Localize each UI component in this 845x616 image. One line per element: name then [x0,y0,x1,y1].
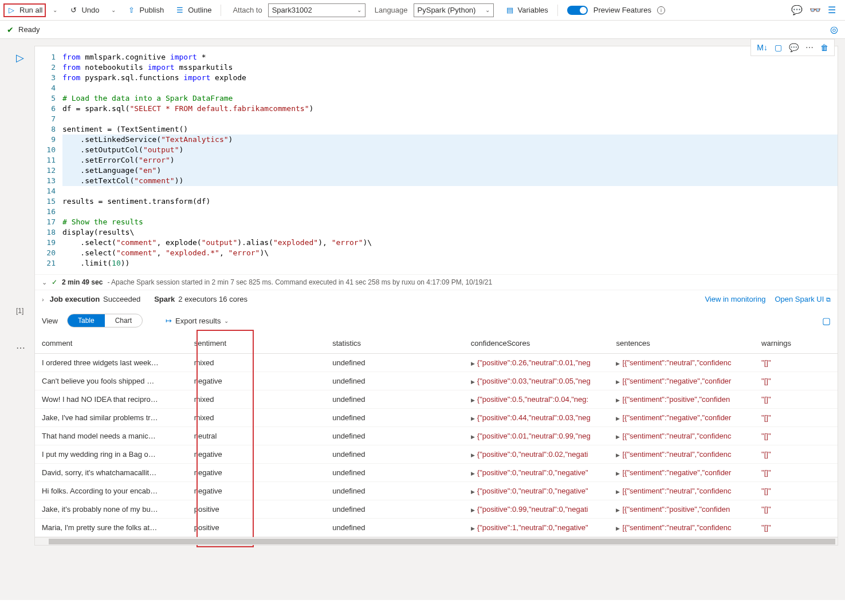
cell-warnings: "[]" [754,372,838,390]
table-row[interactable]: David, sorry, it's whatchamacallit…negat… [35,464,838,482]
publish-button[interactable]: ⇧ Publish [123,3,169,17]
chevron-right-icon[interactable]: › [42,296,44,303]
cell-sentiment: negative [187,464,326,482]
chevron-down-icon: ⌄ [111,7,116,13]
info-icon[interactable]: i [657,6,665,14]
outline-icon: ☰ [175,6,184,15]
table-row[interactable]: I put my wedding ring in a Bag o…negativ… [35,445,838,464]
variables-icon: ▤ [505,6,514,15]
cell-sentences[interactable]: ▶[{"sentiment":"neutral","confidenc [609,427,754,445]
table-row[interactable]: That hand model needs a manic…neutralund… [35,427,838,445]
status-text: Ready [18,25,40,34]
triangle-icon: ▶ [616,526,620,531]
cell-sentences[interactable]: ▶[{"sentiment":"positive","confiden [609,390,754,409]
cell-comment: Hi folks. According to your encab… [35,482,187,500]
th-sentences[interactable]: sentences [609,333,754,354]
triangle-icon: ▶ [616,507,620,513]
markdown-icon[interactable]: M↓ [754,42,770,53]
cell-confidence[interactable]: ▶{"positive":0.44,"neutral":0.03,"neg [464,409,610,427]
cell-warnings: "[]" [754,482,838,500]
table-row[interactable]: Can't believe you fools shipped …negativ… [35,372,838,390]
table-row[interactable]: Jake, I've had similar problems tr…mixed… [35,409,838,427]
check-icon: ✔ [7,25,14,34]
cell-confidence[interactable]: ▶{"positive":0.99,"neutral":0,"negati [464,500,610,519]
table-row[interactable]: Jake, it's probably none of my bu…positi… [35,500,838,519]
run-dropdown[interactable]: ⌄ [48,5,62,15]
collapse-icon[interactable]: ⌄ [42,279,47,286]
cell-confidence[interactable]: ▶{"positive":0.26,"neutral":0.01,"neg [464,354,610,372]
attach-select[interactable]: Spark31002 ⌄ [268,3,365,17]
undo-dropdown[interactable]: ⌄ [107,5,120,15]
language-select[interactable]: PySpark (Python) ⌄ [414,3,494,17]
cell-sentiment: positive [187,519,326,537]
horizontal-scrollbar[interactable] [35,537,838,545]
chart-tab[interactable]: Chart [105,314,142,327]
th-statistics[interactable]: statistics [325,333,464,354]
cell-sentences[interactable]: ▶[{"sentiment":"neutral","confidenc [609,445,754,464]
triangle-icon: ▶ [471,507,475,513]
scrollbar-thumb[interactable] [49,539,835,544]
table-row[interactable]: Hi folks. According to your encab…negati… [35,482,838,500]
cell-sentences[interactable]: ▶[{"sentiment":"negative","confider [609,464,754,482]
variables-button[interactable]: ▤ Variables [501,3,553,17]
cell-confidence[interactable]: ▶{"positive":0.01,"neutral":0.99,"neg [464,427,610,445]
delete-icon[interactable]: 🗑 [818,42,831,53]
undo-button[interactable]: ↺ Undo [64,3,104,17]
toggle-switch[interactable] [567,6,588,15]
code-content[interactable]: from mmlspark.cognitive import * from no… [62,52,838,268]
outline-label: Outline [188,6,211,14]
table-tab[interactable]: Table [68,314,105,327]
maximize-icon[interactable]: ▢ [822,315,831,326]
cell-sentences[interactable]: ▶[{"sentiment":"neutral","confidenc [609,519,754,537]
status-right-icon[interactable]: ◎ [830,24,838,35]
table-row[interactable]: Maria, I'm pretty sure the folks at…posi… [35,519,838,537]
th-warnings[interactable]: warnings [754,333,838,354]
cell-confidence[interactable]: ▶{"positive":0.5,"neutral":0.04,"neg: [464,390,610,409]
cell-confidence[interactable]: ▶{"positive":0,"neutral":0,"negative" [464,482,610,500]
more-icon[interactable]: ⋯ [803,42,816,53]
cell-comment: Wow! I had NO IDEA that recipro… [35,390,187,409]
table-row[interactable]: I ordered three widgets last week…mixedu… [35,354,838,372]
th-sentiment[interactable]: sentiment [187,333,326,354]
glasses-icon[interactable]: 👓 [809,5,821,15]
cell-confidence[interactable]: ▶{"positive":0,"neutral":0.02,"negati [464,445,610,464]
run-cell-button[interactable]: ▷ [16,52,24,64]
cell-sentences[interactable]: ▶[{"sentiment":"negative","confider [609,409,754,427]
view-monitoring-link[interactable]: View in monitoring [705,295,765,303]
preview-toggle[interactable]: Preview Features i [563,3,670,17]
triangle-icon: ▶ [471,416,475,421]
settings-icon[interactable]: ☰ [828,5,836,15]
triangle-icon: ▶ [616,434,620,440]
code-editor[interactable]: 123456789101112131415161718192021 from m… [35,46,838,274]
view-label: View [42,317,58,325]
open-spark-link[interactable]: Open Spark UI ⧉ [775,295,831,303]
cell-sentences[interactable]: ▶[{"sentiment":"neutral","confidenc [609,482,754,500]
language-value: PySpark (Python) [418,6,476,14]
outline-button[interactable]: ☰ Outline [171,3,216,17]
cell-statistics: undefined [325,482,464,500]
cell-comment: I put my wedding ring in a Bag o… [35,445,187,464]
cell-warnings: "[]" [754,390,838,409]
cell-comment-icon[interactable]: 💬 [787,42,801,53]
results-container: comment sentiment statistics confidenceS… [35,333,838,537]
th-comment[interactable]: comment [35,333,187,354]
th-confidence[interactable]: confidenceScores [464,333,610,354]
table-row[interactable]: Wow! I had NO IDEA that recipro…mixedund… [35,390,838,409]
attach-value: Spark31002 [272,6,312,14]
cell-confidence[interactable]: ▶{"positive":0,"neutral":0,"negative" [464,464,610,482]
cell-run-icon[interactable]: ▢ [772,42,784,53]
cell-sentences[interactable]: ▶[{"sentiment":"neutral","confidenc [609,354,754,372]
cell-confidence[interactable]: ▶{"positive":0.03,"neutral":0.05,"neg [464,372,610,390]
job-status: Succeeded [103,295,140,303]
export-icon: ↦ [166,317,172,325]
cell-sentiment: mixed [187,354,326,372]
cell-statistics: undefined [325,500,464,519]
cell-sentences[interactable]: ▶[{"sentiment":"negative","confider [609,372,754,390]
cell-sentences[interactable]: ▶[{"sentiment":"positive","confiden [609,500,754,519]
comment-icon[interactable]: 💬 [791,5,803,15]
cell-confidence[interactable]: ▶{"positive":1,"neutral":0,"negative" [464,519,610,537]
cell-sentiment: negative [187,445,326,464]
export-button[interactable]: ↦ Export results ⌄ [166,317,229,325]
run-all-button[interactable]: ▷ Run all [3,3,46,17]
cell-more-button[interactable]: ⋯ [16,342,25,353]
